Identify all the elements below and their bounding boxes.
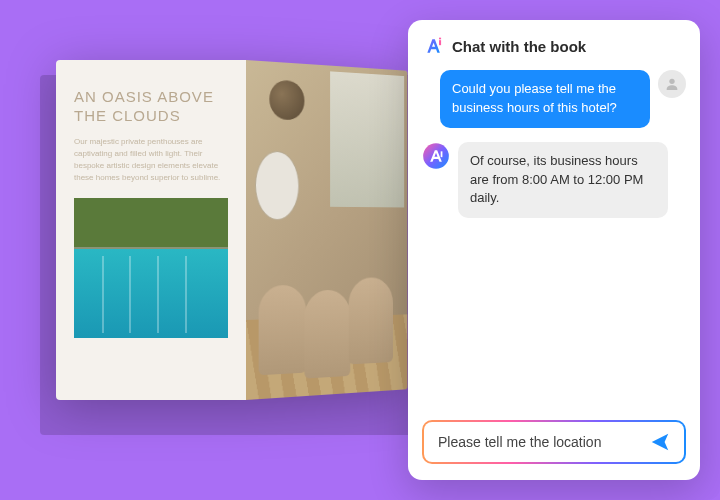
svg-point-3 <box>423 143 449 169</box>
user-bubble: Could you please tell me the business ho… <box>440 70 650 128</box>
chat-input[interactable] <box>422 420 686 464</box>
book-spread: AN OASIS ABOVE THE CLOUDS Our majestic p… <box>56 60 436 400</box>
send-icon <box>649 431 671 453</box>
svg-rect-0 <box>439 40 441 45</box>
ai-bubble: Of course, its business hours are from 8… <box>458 142 668 219</box>
send-button[interactable] <box>646 428 674 456</box>
page-body-text: Our majestic private penthouses are capt… <box>74 136 228 184</box>
chat-input-container <box>408 408 700 480</box>
user-avatar-icon <box>658 70 686 98</box>
pool-image <box>74 198 228 338</box>
chat-message-ai: Of course, its business hours are from 8… <box>422 142 686 219</box>
chat-input-field[interactable] <box>438 434 646 450</box>
chat-header: Chat with the book <box>408 20 700 66</box>
chat-title: Chat with the book <box>452 38 586 55</box>
ai-avatar-icon <box>422 142 450 170</box>
chat-panel: Chat with the book Could you please tell… <box>408 20 700 480</box>
svg-rect-1 <box>439 38 441 40</box>
chat-message-user: Could you please tell me the business ho… <box>422 70 686 128</box>
page-heading: AN OASIS ABOVE THE CLOUDS <box>74 88 228 126</box>
book-page-left: AN OASIS ABOVE THE CLOUDS Our majestic p… <box>56 60 246 400</box>
ai-logo-icon <box>424 36 444 56</box>
svg-point-2 <box>669 79 674 84</box>
svg-rect-4 <box>441 151 443 157</box>
chat-messages: Could you please tell me the business ho… <box>408 66 700 408</box>
book-page-right <box>246 60 407 400</box>
room-image <box>246 60 407 400</box>
